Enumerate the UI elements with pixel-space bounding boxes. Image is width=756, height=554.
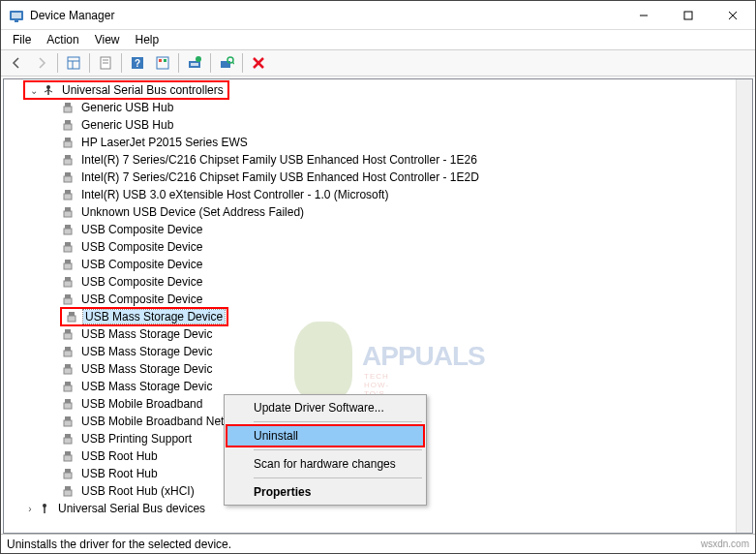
tree-item[interactable]: USB Composite Device [4, 291, 752, 308]
tree-label: Universal Serial Bus devices [56, 502, 207, 515]
help-button[interactable]: ? [126, 51, 149, 75]
usb-device-icon [60, 448, 76, 464]
expand-toggle[interactable]: › [23, 504, 37, 514]
tree-label: USB Mass Storage Devic [79, 380, 214, 393]
expand-toggle[interactable]: ⌄ [27, 85, 41, 96]
minimize-button[interactable] [621, 1, 666, 30]
svg-rect-62 [65, 382, 71, 385]
tree-label: USB Mass Storage Devic [79, 362, 214, 376]
svg-rect-61 [64, 368, 72, 374]
scan-hardware-button[interactable] [215, 51, 238, 75]
svg-rect-56 [65, 329, 71, 333]
usb-device-icon [60, 169, 76, 185]
usb-device-icon [60, 135, 76, 150]
tree-label: USB Composite Device [79, 240, 204, 254]
tree-item[interactable]: USB Mass Storage Devic [4, 378, 752, 395]
tree-item[interactable]: Intel(R) 7 Series/C216 Chipset Family US… [4, 151, 752, 169]
ctx-scan[interactable]: Scan for hardware changes [227, 453, 424, 475]
tree-category-usb-controllers[interactable]: ⌄ Universal Serial Bus controllers [4, 81, 752, 99]
usb-device-icon [60, 152, 76, 168]
back-button[interactable] [5, 51, 28, 75]
usb-device-icon [60, 100, 76, 115]
svg-rect-32 [65, 120, 71, 124]
usb-device-icon [60, 466, 76, 481]
usb-device-icon [60, 292, 76, 307]
svg-rect-38 [65, 172, 71, 176]
svg-line-23 [232, 62, 234, 64]
tree-label: Generic USB Hub [79, 118, 175, 132]
tree-item[interactable]: USB Mass Storage Devic [4, 360, 752, 378]
tree-label: HP LaserJet P2015 Series EWS [79, 136, 250, 149]
toolbar-separator [210, 53, 211, 73]
tree-item[interactable]: HP LaserJet P2015 Series EWS [4, 134, 752, 151]
tree-item[interactable]: Intel(R) USB 3.0 eXtensible Host Control… [4, 186, 752, 203]
menu-help[interactable]: Help [128, 31, 167, 48]
show-hide-console-button[interactable] [62, 51, 85, 75]
svg-rect-31 [64, 107, 72, 112]
close-button[interactable] [711, 1, 755, 30]
tree-item-selected[interactable]: USB Mass Storage Device [4, 308, 752, 325]
svg-rect-2 [15, 20, 18, 22]
menu-file[interactable]: File [5, 31, 39, 48]
tree-item[interactable]: USB Composite Device [4, 273, 752, 291]
tree-item[interactable]: Generic USB Hub [4, 99, 752, 116]
tree-label: Intel(R) 7 Series/C216 Chipset Family US… [79, 153, 479, 167]
ctx-uninstall[interactable]: Uninstall [227, 425, 424, 446]
svg-rect-55 [68, 316, 76, 322]
svg-rect-34 [65, 138, 71, 141]
tree-item[interactable]: USB Mass Storage Devic [4, 325, 752, 343]
svg-rect-67 [64, 420, 72, 426]
view-button[interactable] [151, 51, 174, 75]
usb-device-icon [60, 483, 76, 499]
svg-rect-47 [64, 246, 72, 252]
svg-rect-46 [65, 242, 71, 246]
svg-rect-41 [64, 194, 72, 200]
window-title: Device Manager [30, 9, 621, 22]
tree-label: USB Root Hub [79, 449, 160, 463]
tree-label: USB Printing Support [79, 432, 194, 446]
app-icon [9, 8, 24, 23]
tree-item[interactable]: USB Composite Device [4, 238, 752, 256]
svg-rect-72 [65, 469, 71, 473]
menu-view[interactable]: View [87, 31, 128, 48]
context-menu-separator [254, 449, 422, 450]
tree-label: USB Mass Storage Devic [79, 327, 214, 341]
forward-button[interactable] [30, 51, 53, 75]
tree-item[interactable]: USB Composite Device [4, 221, 752, 238]
vertical-scrollbar[interactable] [736, 79, 752, 533]
svg-rect-40 [65, 190, 71, 194]
maximize-button[interactable] [666, 1, 711, 30]
menubar: File Action View Help [1, 30, 755, 49]
properties-button[interactable] [94, 51, 117, 75]
tree-label: USB Composite Device [79, 292, 204, 306]
toolbar: ? [1, 49, 755, 77]
tree-item[interactable]: USB Mass Storage Devic [4, 343, 752, 360]
svg-rect-44 [65, 225, 71, 229]
ctx-update-driver[interactable]: Update Driver Software... [227, 397, 424, 418]
svg-rect-4 [684, 12, 692, 19]
toolbar-separator [242, 53, 243, 73]
tree-item[interactable]: USB Composite Device [4, 256, 752, 273]
tree-label: Intel(R) USB 3.0 eXtensible Host Control… [79, 188, 390, 201]
update-driver-button[interactable] [183, 51, 206, 75]
usb-device-icon [60, 326, 76, 342]
svg-rect-33 [64, 124, 72, 130]
tree-item[interactable]: Unknown USB Device (Set Address Failed) [4, 203, 752, 221]
tree-item[interactable]: Intel(R) 7 Series/C216 Chipset Family US… [4, 169, 752, 186]
svg-rect-54 [69, 312, 75, 316]
tree-label: USB Composite Device [79, 275, 204, 289]
tree-label: USB Mass Storage Device [83, 310, 225, 323]
toolbar-separator [57, 53, 58, 73]
svg-rect-65 [64, 403, 72, 409]
statusbar: Uninstalls the driver for the selected d… [1, 534, 755, 553]
tree-label: USB Composite Device [79, 258, 204, 271]
toolbar-separator [178, 53, 179, 73]
toolbar-separator [121, 53, 122, 73]
tree-label: USB Root Hub [79, 467, 160, 480]
menu-action[interactable]: Action [39, 31, 86, 48]
tree-item[interactable]: Generic USB Hub [4, 116, 752, 134]
usb-icon [37, 501, 52, 516]
uninstall-button[interactable] [247, 51, 270, 75]
ctx-properties[interactable]: Properties [227, 481, 424, 503]
tree-label: Intel(R) 7 Series/C216 Chipset Family US… [79, 170, 481, 184]
